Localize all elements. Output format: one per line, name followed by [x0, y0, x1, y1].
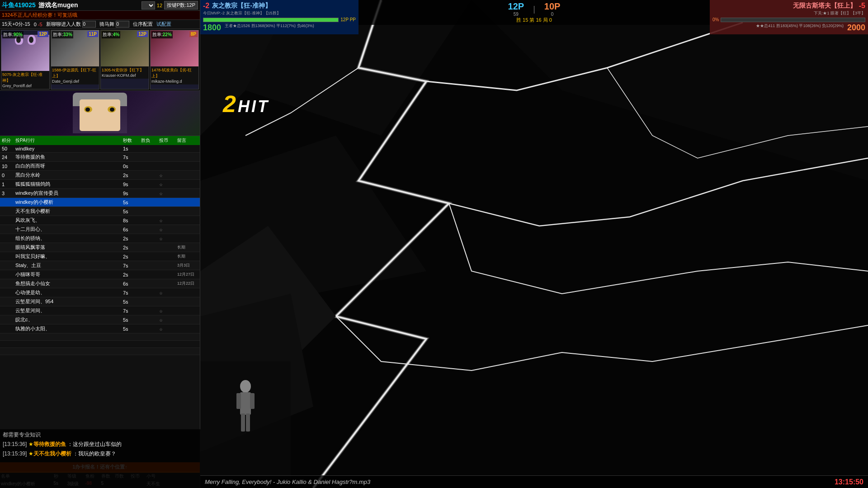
count-select[interactable]: 1	[142, 1, 155, 9]
hit-word: HIT	[238, 97, 269, 116]
hud-right-hp-bg	[721, 18, 865, 22]
td-name-8: 风吹灰飞、	[14, 216, 122, 224]
td-msg-0	[176, 148, 199, 149]
hud-left-vals: 1800 王者★总1526 胜1368(90%) 平112(7%) 负46(3%…	[203, 23, 356, 33]
table-row-18[interactable]: 云堑星河间、7s☆	[0, 306, 200, 315]
table-row-15[interactable]: 鱼想搞走小仙女6s12月22日	[0, 279, 200, 288]
cs-left-pp: 59	[508, 12, 524, 17]
table-row-0[interactable]: 50windlkey1s	[0, 145, 200, 153]
cs-right-val: 10P	[544, 1, 561, 12]
td-msg-9	[176, 229, 199, 230]
chat-line-2: [13:15:39] ★天不生我小樱析 ：我玩的欧皇赛？	[3, 450, 198, 458]
td-coin-9: ☆	[158, 226, 176, 233]
td-coin-5: ☆	[158, 190, 176, 197]
chat-user-2: 天不生我小樱析	[33, 450, 71, 457]
table-row-20[interactable]: 纨雅的小太阳、5s☆	[0, 324, 200, 333]
cs-divider: |	[533, 5, 535, 14]
th-win: 胜负	[140, 137, 158, 144]
td-name-14: 小猫咪哥哥	[14, 271, 122, 278]
hud-left-pp: 12P PP	[340, 17, 356, 22]
td-win-16	[140, 292, 158, 293]
table-header: 积分 投PA行行 秒数 胜负 投币 留言	[0, 136, 200, 145]
td-win-1	[140, 157, 158, 158]
player-card-3[interactable]: 胜率:4% 12P 1305-N党弥涉【狂下】 Krauser-KOFM.def	[100, 30, 149, 89]
td-coin-11	[158, 247, 176, 248]
td-msg-11: 长期	[176, 244, 199, 251]
player-card-4[interactable]: 胜率:22% 8P 1478-轼攻美白【劣-狂上】 mikaze-Meiling…	[150, 30, 199, 89]
th-score: 积分	[1, 137, 14, 144]
hud-left-hp-fill	[203, 18, 338, 22]
td-msg-8	[176, 220, 199, 221]
table-row-1[interactable]: 24等待救援的鱼7s	[0, 153, 200, 162]
td-win-17	[140, 301, 158, 302]
player-card-1[interactable]: 胜率:90% 12P 5075-灰之教宗【狂-准神】 Grey_Pontiff.…	[1, 30, 50, 89]
horse-input[interactable]	[116, 21, 129, 28]
table-row-8[interactable]: 风吹灰飞、8s☆	[0, 216, 200, 225]
td-name-20: 纨雅的小太阳、	[14, 325, 122, 333]
table-row-9[interactable]: 十二月田心、6s☆	[0, 225, 200, 234]
card-rank-1: 5075-灰之教宗【狂-准神】	[2, 72, 48, 84]
td-win-10	[140, 238, 158, 239]
td-score-9	[1, 229, 14, 230]
table-row-4[interactable]: 1狐狐狐猫猫鸽鸽9s☆	[0, 180, 200, 189]
star-icon-18: ☆	[159, 309, 163, 314]
card-rank-3: 1305-N党弥涉【狂下】	[102, 67, 148, 73]
table-row-19[interactable]: 皖北c、5s☆	[0, 315, 200, 324]
spectators-input[interactable]	[82, 21, 96, 28]
td-score-11	[1, 247, 14, 248]
table-row-empty-0	[0, 333, 200, 341]
table-row-14[interactable]: 小猫咪哥哥2s12月27日	[0, 270, 200, 279]
table-row-12[interactable]: 叫我宝贝好嘛、2s长期	[0, 252, 200, 261]
td-score-6	[1, 202, 14, 203]
td-sec-20: 5s	[122, 326, 140, 332]
td-msg-4	[176, 184, 199, 185]
table-row-5[interactable]: 3windkey的宣传委员9s☆	[0, 189, 200, 198]
table-row-11[interactable]: 眼睛风飘零落2s长期	[0, 243, 200, 252]
game-area: 2 HIT -2 灰之教宗【狂-准神】 今日MVP:-2 灰之教宗【狂-准神】【…	[200, 0, 868, 488]
td-win-7	[140, 211, 158, 212]
td-msg-5	[176, 193, 199, 194]
td-sec-12: 2s	[122, 253, 140, 260]
hud-right-title: 无限古斯塔夫【狂上】	[793, 2, 856, 10]
td-name-10: 组长的骄纳、	[14, 235, 122, 242]
td-sec-19: 5s	[122, 317, 140, 323]
star-icon-5: ☆	[159, 192, 163, 196]
td-name-12: 叫我宝贝好嘛、	[14, 253, 122, 260]
table-row-3[interactable]: 0黑白分水岭2s☆	[0, 171, 200, 180]
card-name-3: Krauser-KOFM.def	[102, 73, 148, 78]
star-icon-3: ☆	[159, 174, 163, 178]
td-score-15	[1, 283, 14, 284]
table-row-16[interactable]: 心动便是幼、7s☆	[0, 288, 200, 297]
table-row-6[interactable]: windkey的小樱析5s	[0, 198, 200, 207]
td-name-3: 黑白分水岭	[14, 171, 122, 179]
player-cards: 胜率:90% 12P 5075-灰之教宗【狂-准神】 Grey_Pontiff.…	[0, 29, 200, 91]
td-sec-7: 5s	[122, 208, 140, 215]
left-panel: 斗鱼419025 游戏名mugen 1 12 按键P数:12P 1324不正儿八…	[0, 0, 200, 488]
table-area[interactable]: 积分 投PA行行 秒数 胜负 投币 留言 50windlkey1s24等待救援的…	[0, 136, 200, 462]
td-win-14	[140, 274, 158, 275]
count-btn[interactable]: 按键P数:12P	[164, 1, 198, 9]
td-name-16: 心动便是幼、	[14, 289, 122, 296]
td-win-5	[140, 193, 158, 194]
td-win-18	[140, 310, 158, 311]
win-rate-4: 胜率:22%	[151, 31, 173, 38]
td-msg-17	[176, 301, 199, 302]
svg-rect-13	[246, 413, 250, 432]
table-row-7[interactable]: 天不生我小樱析5s	[0, 207, 200, 216]
win-rate-3: 胜率:4%	[102, 31, 120, 38]
table-row-13[interactable]: Staly、土豆7s3月3日	[0, 261, 200, 270]
table-row-17[interactable]: 云堑星河间、9545s	[0, 297, 200, 306]
test-label[interactable]: 试配置	[156, 21, 171, 28]
td-coin-15	[158, 283, 176, 284]
player-card-2[interactable]: 胜率:33% 11P 1588-伊达源氏【狂下-狂上】 Date_Genji.d…	[51, 30, 99, 89]
chat-plain-text: 都需要专业知识	[3, 432, 41, 438]
td-sec-6: 5s	[122, 199, 140, 206]
td-score-1: 24	[1, 154, 14, 160]
td-name-5: windkey的宣传委员	[14, 189, 122, 197]
td-sec-1: 7s	[122, 154, 140, 160]
td-name-9: 十二月田心、	[14, 225, 122, 233]
table-row-empty-2	[0, 348, 200, 355]
char-preview	[0, 91, 200, 136]
table-row-2[interactable]: 10白白的而而呀0s	[0, 162, 200, 171]
table-row-10[interactable]: 组长的骄纳、2s☆	[0, 234, 200, 243]
